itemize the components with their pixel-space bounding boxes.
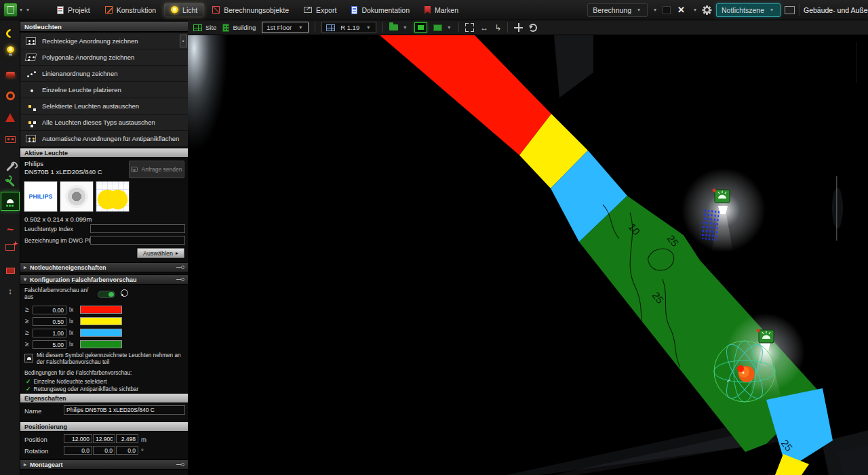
arc-icon [4, 27, 16, 39]
display-icon[interactable] [785, 6, 795, 14]
viewport-3d[interactable]: 10 25 25 25 [188, 35, 868, 475]
luminaire-tool-icon[interactable] [3, 42, 18, 57]
emergency-luminaire-badge[interactable] [713, 189, 730, 203]
notleuchten-panel: Notleuchten Rechteckige Anordnung zeichn… [20, 20, 188, 475]
color-well-button[interactable] [663, 6, 671, 14]
pin-icon[interactable] [176, 463, 184, 466]
close-icon[interactable]: ✕ [675, 5, 688, 15]
menu-item-dokumentation[interactable]: Dokumentation [344, 3, 416, 17]
folder-icon [389, 24, 398, 30]
chevron-down-icon[interactable]: ▾ [24, 7, 31, 13]
menu-item-projekt[interactable]: Projekt [50, 3, 97, 17]
gte-symbol: ≥ [25, 340, 29, 348]
wall-lamp-tool-icon[interactable] [3, 66, 18, 81]
threshold-input[interactable] [33, 340, 66, 349]
tool-einzelne-leuchte[interactable]: Einzelne Leuchte platzieren [20, 82, 188, 98]
rotation-z-input[interactable] [116, 446, 138, 455]
threshold-input[interactable] [33, 306, 66, 314]
threshold-input[interactable] [33, 329, 66, 337]
polar-diagram-thumbnail[interactable] [96, 181, 130, 212]
menu-label: Marken [435, 6, 458, 14]
chevron-down-icon: ▾ [768, 7, 775, 13]
add-object-tool-icon[interactable] [3, 240, 18, 255]
anfrage-senden-button[interactable]: Anfrage senden [129, 161, 184, 178]
brand-logo-thumbnail[interactable]: PHILIPS [24, 181, 58, 212]
wave-tool-icon[interactable]: ~ [3, 222, 18, 237]
building-button[interactable]: Building [222, 24, 256, 32]
calculation-dropdown[interactable]: Berechnung▾ [587, 3, 648, 17]
frame-object-tool-icon[interactable] [3, 132, 18, 147]
gear-icon[interactable] [703, 5, 712, 15]
corridor-red-zone [380, 35, 551, 155]
rotation-y-input[interactable] [93, 446, 115, 455]
tool-alle-austauschen[interactable]: Alle Leuchten dieses Typs austauschen [20, 115, 188, 131]
poly-array-icon [25, 54, 37, 61]
emergency-lighting-tool-active[interactable] [1, 192, 20, 211]
view-mode-active-button[interactable] [414, 22, 427, 33]
section-falschfarben-konfiguration[interactable]: ▾ Konfiguration Falschfarbenvorschau [20, 274, 188, 285]
zoom-fit-icon[interactable] [465, 23, 474, 32]
philips-logo: PHILIPS [24, 182, 57, 211]
section-montageart[interactable]: ▸ Montageart [20, 459, 188, 470]
dwg-input[interactable] [90, 236, 185, 245]
pin-icon[interactable] [176, 278, 184, 281]
escape-route-tool-icon[interactable] [3, 26, 18, 41]
luminaire-photo-thumbnail[interactable] [60, 181, 94, 212]
menu-item-marken[interactable]: Marken [418, 3, 465, 17]
panel-scroll-thumb[interactable]: ▪ [180, 35, 187, 47]
red-tile-tool-icon[interactable] [3, 263, 18, 278]
measure-width-icon[interactable]: ↔ [480, 23, 488, 33]
chevron-down-icon[interactable]: ▾ [692, 7, 698, 13]
menu-item-konstruktion[interactable]: Konstruktion [98, 3, 163, 17]
tool-polygonale-anordnung[interactable]: Polygonale Anordnung zeichnen [20, 49, 188, 66]
color-swatch[interactable] [80, 306, 122, 314]
position-x-input[interactable] [64, 434, 92, 443]
menu-item-berechnungsobjekte[interactable]: Berechnungsobjekte [205, 3, 296, 17]
chevron-down-icon[interactable]: ▾ [652, 7, 658, 13]
falsecolor-toggle[interactable] [98, 291, 115, 298]
maintenance-tool-icon[interactable] [3, 159, 18, 174]
threshold-input[interactable] [33, 317, 66, 326]
auswaehlen-button[interactable]: Auswählen▸ [137, 248, 184, 258]
pin-icon[interactable] [176, 266, 184, 269]
move-tool-icon[interactable]: ↕ [3, 283, 18, 298]
menu-item-licht[interactable]: Licht [164, 3, 204, 17]
green-tool-icon[interactable] [3, 175, 18, 190]
planning-mode-label[interactable]: Gebäude- und Außenpla [799, 4, 868, 16]
luminaire-dimensions: 0.502 x 0.214 x 0.099m [24, 215, 92, 223]
pan-move-icon[interactable] [514, 23, 523, 32]
tool-selektierte-austauschen[interactable]: Selektierte Leuchten austauschen [20, 98, 188, 115]
corner-arrow-icon[interactable]: ↳ [494, 23, 501, 33]
name-input[interactable] [64, 405, 185, 415]
menu-label: Konstruktion [117, 6, 156, 14]
rotation-x-input[interactable] [64, 446, 92, 455]
room-dropdown[interactable]: R 1.19▾ [321, 22, 376, 33]
emergency-luminaire-badge[interactable] [757, 329, 774, 343]
ring-object-tool-icon[interactable] [3, 88, 18, 103]
luminaire-model: DN570B 1 xLED20S/840 C [24, 168, 102, 176]
color-swatch[interactable] [80, 340, 122, 348]
unit-label: lx [69, 329, 73, 336]
color-swatch[interactable] [80, 317, 122, 325]
app-icon[interactable] [3, 3, 18, 17]
position-y-input[interactable] [93, 434, 115, 443]
section-notleuchteneigenschaften[interactable]: ▸ Notleuchteneigenschaften [20, 262, 188, 272]
type-index-input[interactable] [90, 224, 185, 233]
floor-dropdown[interactable]: 1st Floor▾ [262, 22, 309, 33]
site-button[interactable]: Site [193, 24, 216, 31]
light-scene-dropdown[interactable]: Notlichtszene▾ [716, 3, 781, 17]
selected-luminaire-dot [737, 365, 744, 372]
chevron-down-icon[interactable]: ▾ [18, 7, 24, 13]
swap-selected-icon [26, 102, 36, 110]
tool-automatische-anordnungen[interactable]: Automatische Anordnungen für Antipanikfl… [20, 131, 188, 147]
cone-object-tool-icon[interactable] [3, 110, 18, 125]
camera-dropdown[interactable]: ▾ [433, 24, 452, 31]
rotate-view-icon[interactable] [529, 24, 537, 32]
layers-dropdown[interactable]: ▾ [389, 24, 408, 30]
tool-linienanordnung[interactable]: Linienanordnung zeichnen [20, 66, 188, 82]
position-z-input[interactable] [116, 434, 138, 443]
color-swatch[interactable] [80, 329, 122, 337]
tool-rechteckige-anordnung[interactable]: Rechteckige Anordnung zeichnen [20, 33, 188, 49]
menu-label: Dokumentation [361, 6, 410, 14]
menu-item-export[interactable]: Export [297, 3, 343, 17]
